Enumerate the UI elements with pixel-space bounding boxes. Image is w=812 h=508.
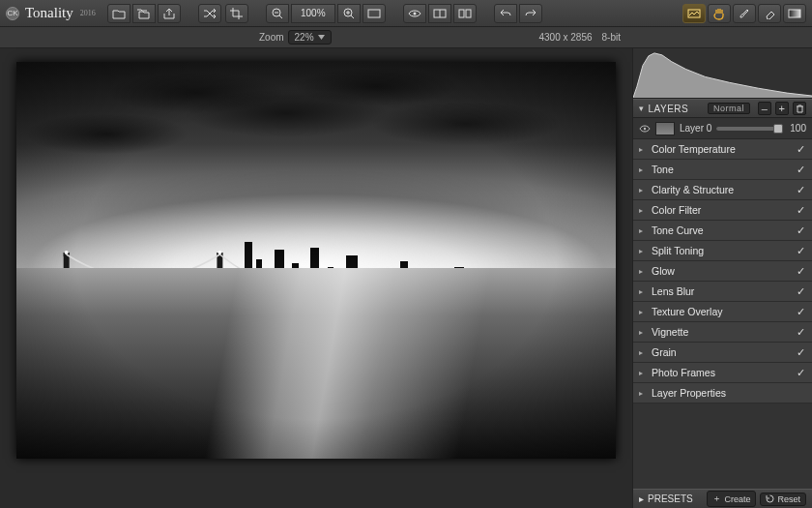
adjustment-enabled-toggle[interactable]: ✓ bbox=[795, 306, 806, 318]
triangle-right-icon: ▸ bbox=[639, 247, 647, 255]
triangle-right-icon: ▸ bbox=[639, 308, 647, 316]
layer-row[interactable]: Layer 0 100 bbox=[633, 118, 812, 139]
adjustment-clarity-structure[interactable]: ▸Clarity & Structure✓ bbox=[633, 180, 812, 200]
crop-button[interactable] bbox=[225, 4, 248, 23]
redo-button[interactable] bbox=[519, 4, 542, 23]
shuffle-button[interactable] bbox=[198, 4, 221, 23]
image-icon bbox=[687, 9, 701, 18]
brush-tool-button[interactable] bbox=[733, 4, 756, 23]
adjustment-color-filter[interactable]: ▸Color Filter✓ bbox=[633, 200, 812, 221]
compare-icon bbox=[433, 9, 447, 18]
app-edition: 2016 bbox=[80, 9, 96, 17]
zoom-fit-button[interactable] bbox=[362, 4, 386, 23]
histogram[interactable] bbox=[633, 48, 812, 99]
layer-opacity-slider[interactable] bbox=[716, 127, 780, 131]
layers-options-button[interactable]: – bbox=[758, 102, 771, 115]
eraser-tool-button[interactable] bbox=[758, 4, 781, 23]
canvas-area[interactable] bbox=[0, 48, 632, 508]
adjustment-photo-frames[interactable]: ▸Photo Frames✓ bbox=[633, 363, 812, 383]
compare-button[interactable] bbox=[428, 4, 451, 23]
info-bar: Zoom 22% 4300 x 2856 8-bit bbox=[0, 27, 812, 48]
triangle-right-icon: ▸ bbox=[639, 328, 647, 337]
share-icon bbox=[162, 8, 176, 19]
gradient-tool-button[interactable] bbox=[783, 4, 806, 23]
image-dimensions: 4300 x 2856 bbox=[538, 32, 592, 43]
reset-preset-button[interactable]: Reset bbox=[760, 493, 806, 506]
image-canvas[interactable] bbox=[16, 62, 616, 459]
adjustment-enabled-toggle[interactable]: ✓ bbox=[795, 224, 806, 237]
svg-rect-2 bbox=[368, 10, 380, 17]
layers-panel-header[interactable]: ▾ LAYERS Normal – + bbox=[633, 99, 812, 118]
split-icon bbox=[458, 9, 472, 18]
create-preset-button[interactable]: ＋Create bbox=[707, 491, 756, 507]
split-compare-button[interactable] bbox=[453, 4, 477, 23]
adjustment-enabled-toggle[interactable]: ✓ bbox=[795, 346, 806, 359]
adjustment-tone-curve[interactable]: ▸Tone Curve✓ bbox=[633, 221, 812, 241]
gradient-icon bbox=[788, 9, 801, 18]
zoom-dropdown[interactable]: 22% bbox=[288, 30, 332, 45]
export-button[interactable] bbox=[158, 4, 181, 23]
triangle-right-icon: ▸ bbox=[639, 389, 647, 398]
zoom-100-button[interactable]: 100% bbox=[291, 4, 335, 23]
open-button[interactable] bbox=[107, 4, 130, 23]
adjustment-texture-overlay[interactable]: ▸Texture Overlay✓ bbox=[633, 302, 812, 322]
eye-icon bbox=[408, 9, 421, 18]
adjustment-grain[interactable]: ▸Grain✓ bbox=[633, 343, 812, 363]
adjustment-enabled-toggle[interactable]: ✓ bbox=[795, 285, 806, 298]
adjustment-enabled-toggle[interactable]: ✓ bbox=[795, 184, 806, 196]
adjustment-label: Lens Blur bbox=[652, 285, 694, 297]
preview-button[interactable] bbox=[403, 4, 426, 23]
adjustment-lens-blur[interactable]: ▸Lens Blur✓ bbox=[633, 282, 812, 302]
top-toolbar: CK Tonality2016 100% bbox=[0, 0, 812, 27]
pan-tool-button[interactable] bbox=[708, 4, 731, 23]
adjustment-label: Layer Properties bbox=[652, 387, 726, 399]
adjustment-layer-properties[interactable]: ▸Layer Properties bbox=[633, 383, 812, 403]
layer-name[interactable]: Layer 0 bbox=[680, 123, 711, 134]
undo-button[interactable] bbox=[494, 4, 517, 23]
triangle-right-icon: ▸ bbox=[639, 145, 647, 154]
layer-thumbnail[interactable] bbox=[655, 122, 675, 135]
adjustment-glow[interactable]: ▸Glow✓ bbox=[633, 261, 812, 282]
adjustment-color-temperature[interactable]: ▸Color Temperature✓ bbox=[633, 139, 812, 160]
add-layer-button[interactable]: + bbox=[775, 102, 789, 115]
adjustment-enabled-toggle[interactable]: ✓ bbox=[795, 265, 806, 278]
adjustment-split-toning[interactable]: ▸Split Toning✓ bbox=[633, 241, 812, 261]
adjustment-label: Color Temperature bbox=[652, 143, 736, 155]
adjustment-enabled-toggle[interactable]: ✓ bbox=[795, 143, 806, 156]
adjustment-label: Clarity & Structure bbox=[652, 184, 734, 195]
navigator-button[interactable] bbox=[682, 4, 706, 23]
folders-icon bbox=[137, 8, 151, 19]
presets-panel-header[interactable]: ▸ PRESETS ＋Create Reset bbox=[633, 489, 812, 508]
adjustment-enabled-toggle[interactable]: ✓ bbox=[795, 367, 806, 379]
image-bitdepth: 8-bit bbox=[602, 32, 621, 43]
layer-visibility-toggle[interactable] bbox=[639, 125, 651, 133]
hand-icon bbox=[713, 7, 725, 20]
trash-icon bbox=[796, 105, 804, 113]
adjustment-label: Glow bbox=[652, 265, 675, 277]
layers-title: LAYERS bbox=[649, 104, 689, 114]
adjustment-label: Texture Overlay bbox=[652, 306, 723, 317]
adjustment-enabled-toggle[interactable]: ✓ bbox=[795, 326, 806, 339]
brush-icon bbox=[739, 8, 750, 19]
zoom-in-button[interactable] bbox=[337, 4, 361, 23]
svg-rect-7 bbox=[688, 10, 700, 17]
triangle-right-icon: ▸ bbox=[639, 226, 647, 235]
batch-button[interactable] bbox=[132, 4, 156, 23]
adjustment-enabled-toggle[interactable]: ✓ bbox=[795, 204, 806, 217]
app-name: Tonality bbox=[25, 5, 73, 21]
triangle-right-icon: ▸ bbox=[639, 493, 644, 504]
delete-layer-button[interactable] bbox=[793, 102, 806, 115]
svg-point-3 bbox=[413, 12, 416, 15]
adjustment-enabled-toggle[interactable]: ✓ bbox=[795, 164, 806, 176]
presets-title: PRESETS bbox=[648, 493, 693, 504]
blend-mode-select[interactable]: Normal bbox=[708, 103, 750, 114]
app-badge: CK bbox=[6, 7, 19, 20]
zoom-label: Zoom bbox=[259, 32, 284, 43]
zoom-out-button[interactable] bbox=[266, 4, 289, 23]
adjustment-vignette[interactable]: ▸Vignette✓ bbox=[633, 322, 812, 343]
adjustment-tone[interactable]: ▸Tone✓ bbox=[633, 160, 812, 180]
layer-opacity-value: 100 bbox=[785, 123, 806, 134]
reset-icon bbox=[766, 494, 774, 503]
adjustment-enabled-toggle[interactable]: ✓ bbox=[795, 245, 806, 257]
crop-icon bbox=[230, 8, 244, 19]
